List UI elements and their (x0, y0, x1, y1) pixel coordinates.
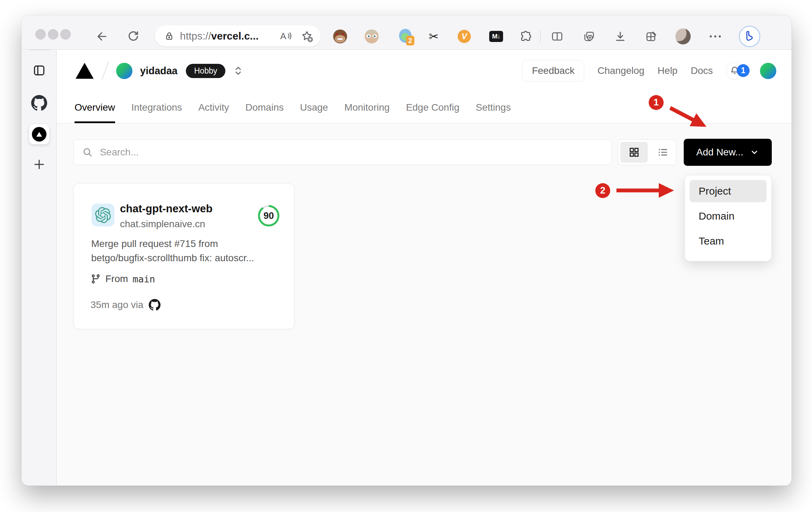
commit-message[interactable]: Merge pull request #715 from betgo/bugfi… (91, 237, 280, 265)
traffic-light-minimize[interactable] (48, 29, 58, 40)
tab-edge-config[interactable]: Edge Config (406, 92, 459, 123)
tab-monitoring[interactable]: Monitoring (344, 92, 390, 123)
team-name[interactable]: yidadaa (140, 65, 178, 77)
git-branch-icon (90, 274, 101, 284)
tab-integrations[interactable]: Integrations (131, 92, 182, 123)
vercel-tab-tile (29, 124, 49, 144)
bing-icon (739, 26, 760, 47)
split-screen-button[interactable] (550, 29, 565, 44)
deploy-meta-row: 35m ago via (90, 299, 161, 311)
v-badge-icon: V (458, 30, 471, 43)
extension-avatar-icon[interactable] (364, 29, 379, 44)
branch-label: From (105, 273, 128, 284)
docs-link[interactable]: Docs (691, 65, 713, 76)
openai-icon (95, 207, 111, 223)
commit-line-2: betgo/bugfix-scrollthumb fix: autoscr... (91, 251, 280, 265)
project-icon-tile (92, 204, 114, 227)
help-link[interactable]: Help (658, 65, 678, 76)
traffic-light-close[interactable] (35, 29, 46, 40)
list-view-button[interactable] (650, 140, 676, 165)
edge-sidebar (21, 50, 57, 486)
collections-add-icon (582, 30, 595, 43)
project-domain[interactable]: chat.simplenaive.cn (120, 219, 205, 230)
extension-v2ex-icon[interactable]: V (457, 29, 472, 44)
toolbar-divider (540, 30, 541, 43)
notifications-button[interactable]: 1 (726, 62, 743, 79)
read-aloud-icon[interactable]: A (280, 31, 292, 42)
project-card[interactable]: chat-gpt-next-web chat.simplenaive.cn 90… (74, 184, 294, 329)
dropdown-item-domain[interactable]: Domain (690, 205, 767, 227)
refresh-button[interactable] (127, 30, 140, 43)
vercel-triangle-icon (35, 130, 43, 138)
branch-name: main (132, 274, 155, 284)
dropdown-item-project[interactable]: Project (690, 180, 767, 202)
settings-more-button[interactable] (708, 29, 723, 44)
bing-chat-button[interactable] (739, 26, 760, 47)
search-icon (82, 147, 93, 158)
tab-overview[interactable]: Overview (75, 92, 115, 123)
profile-avatar-button[interactable] (675, 29, 691, 44)
person-glasses-icon (365, 29, 379, 43)
browser-window: https://vercel.c... A 2 ✂ V (21, 15, 792, 486)
extension-markdown-icon[interactable]: M↓ (489, 29, 504, 44)
breadcrumb: yidadaa Hobby (75, 50, 243, 92)
feedback-button[interactable]: Feedback (522, 60, 584, 82)
ellipsis-icon (710, 35, 721, 37)
bing-b-glyph (743, 29, 757, 43)
browser-toolbar: https://vercel.c... A 2 ✂ V (21, 15, 792, 50)
breadcrumb-slash (101, 61, 109, 80)
back-arrow-icon (95, 30, 109, 43)
scissors-icon: ✂ (429, 31, 439, 42)
tab-activity[interactable]: Activity (198, 92, 229, 123)
tab-settings[interactable]: Settings (476, 92, 511, 123)
split-screen-icon (551, 30, 563, 43)
deploy-meta: 35m ago via (90, 299, 144, 310)
tab-usage[interactable]: Usage (300, 92, 328, 123)
tab-domains[interactable]: Domains (245, 92, 284, 123)
team-switcher-button[interactable] (234, 66, 243, 76)
chevron-up-down-icon (234, 66, 243, 76)
sidebar-divider (29, 50, 51, 50)
apps-grid-icon (645, 30, 657, 43)
traffic-light-zoom[interactable] (60, 29, 71, 40)
user-avatar[interactable] (760, 63, 776, 79)
grid-view-button[interactable] (620, 142, 648, 163)
dashboard-header: yidadaa Hobby Feedback Changelog Help Do… (57, 50, 792, 92)
branch-row: From main (90, 273, 155, 284)
monkey-icon (333, 29, 347, 43)
cat-avatar (675, 28, 691, 44)
github-icon (31, 95, 47, 111)
dashboard-tabbar: Overview Integrations Activity Domains U… (57, 92, 792, 123)
dropdown-item-team[interactable]: Team (690, 230, 767, 252)
vercel-logo[interactable] (75, 62, 94, 79)
extension-proxy-icon[interactable]: 2 (398, 29, 414, 44)
sidebar-item-github[interactable] (21, 95, 57, 111)
extension-tampermonkey-icon[interactable] (332, 29, 348, 44)
browser-apps-button[interactable] (643, 29, 659, 44)
panel-layout-icon (33, 64, 46, 77)
project-name[interactable]: chat-gpt-next-web (120, 203, 213, 215)
notification-badge: 1 (737, 64, 750, 77)
add-new-label: Add New... (696, 147, 743, 158)
project-search[interactable] (74, 139, 612, 165)
favorite-star-icon[interactable] (301, 30, 313, 42)
sidebar-item-vercel-active[interactable] (21, 124, 57, 144)
downloads-button[interactable] (613, 29, 628, 44)
collections-button[interactable] (581, 29, 596, 44)
sidebar-toggle-button[interactable] (21, 64, 57, 77)
team-avatar[interactable] (116, 63, 132, 79)
url-host: vercel.c... (211, 30, 259, 42)
svg-text:A: A (280, 31, 286, 41)
search-input[interactable] (100, 147, 603, 158)
commit-line-1: Merge pull request #715 from (91, 237, 280, 251)
sidebar-add-button[interactable] (21, 157, 57, 171)
puzzle-icon (519, 30, 532, 43)
extensions-menu-button[interactable] (518, 29, 533, 44)
add-new-button[interactable]: Add New... (684, 139, 772, 166)
vercel-icon (32, 127, 46, 142)
address-bar[interactable]: https://vercel.c... A (155, 25, 321, 46)
back-button[interactable] (95, 30, 109, 43)
changelog-link[interactable]: Changelog (597, 65, 644, 76)
extension-clipper-icon[interactable]: ✂ (426, 29, 441, 44)
plus-icon (32, 157, 46, 171)
